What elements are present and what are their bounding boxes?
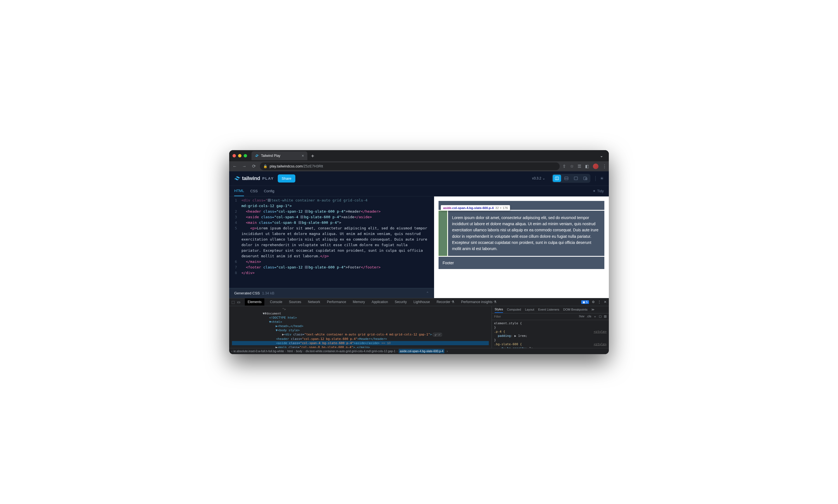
color-swatch-icon [268,199,271,202]
more-tabs-icon[interactable]: ≫ [591,308,594,311]
nav-reload-icon[interactable]: ⟳ [250,164,257,169]
tab-css[interactable]: CSS [250,186,258,196]
issues-badge[interactable]: ▣ 5 [581,300,589,304]
header-right: v3.3.2 ⌄ ☀ [529,174,604,183]
breadcrumb-item[interactable]: div.text-white.container.m-auto.grid.gri… [306,349,395,353]
devtools-tab-sources[interactable]: Sources [288,298,302,306]
color-swatch-icon [305,266,308,269]
flask-icon: ⚗ [451,300,454,304]
breadcrumb-item[interactable]: ie.absolute.inset-0.w-full.h-full.bg-whi… [234,349,284,353]
devtools-tab-network[interactable]: Network [307,298,321,306]
browser-tabs-row: Tailwind Play × ＋ [251,151,598,160]
preview-footer: Footer [439,257,604,269]
breadcrumb-left-icon[interactable]: ‹ [231,349,233,353]
bookmark-star-icon[interactable]: ☆ [570,164,574,169]
styles-tab-styles[interactable]: Styles [495,306,503,313]
styles-filter-input[interactable] [494,315,576,318]
lock-icon: 🔒 [263,164,267,168]
preview-main: Lorem ipsum dolor sit amet, consectetur … [448,211,604,256]
preview-body: Lorem ipsum dolor sit amet, consectetur … [439,211,604,256]
profile-avatar[interactable] [593,164,599,169]
inspect-highlight-overlay [439,211,447,256]
flask-icon: ⚗ [494,300,497,304]
inspect-element-icon[interactable]: ⬚ [231,300,235,304]
tailwind-favicon-icon [255,154,259,158]
color-swatch-icon [305,210,308,213]
styles-filter-row: :hov .cls ＋ ▢ ▥ [492,313,609,320]
color-swatch-icon [298,221,302,224]
devtools: ⬚ ▭ Elements Console Sources Network Per… [229,298,609,354]
styles-tab-computed[interactable]: Computed [507,308,521,311]
generated-css-label: Generated CSS [234,291,260,295]
window-close[interactable] [233,154,236,157]
styles-tab-dom[interactable]: DOM Breakpoints [563,308,588,311]
layout-split-horizontal[interactable] [562,175,571,182]
devtools-menu-icon[interactable]: ⋮ [598,300,601,304]
sidepanel-icon[interactable]: ◧ [585,164,589,169]
share-button[interactable]: Share [278,175,295,182]
breadcrumb-item-active[interactable]: aside.col-span-4.bg-slate-600.p-4 [399,349,444,353]
inspect-tooltip: aside.col-span-4.bg-slate-600.p-4 32 × 1… [441,205,510,211]
styles-tab-event[interactable]: Event Listeners [538,308,559,311]
browser-tab-active[interactable]: Tailwind Play × [251,151,307,160]
new-tab-button[interactable]: ＋ [307,152,318,159]
tab-close-icon[interactable]: × [302,154,304,158]
device-toolbar-icon[interactable]: ▭ [237,300,240,304]
style-rules[interactable]: element.style { } .p-4 {<style> padding:… [492,320,609,348]
devtools-tab-console[interactable]: Console [269,298,283,306]
window-minimize[interactable] [238,154,242,157]
devtools-settings-icon[interactable]: ⚙ [592,300,595,304]
devtools-tab-application[interactable]: Application [371,298,389,306]
editor-pane: 1<div class="text-white container m-auto… [229,196,434,298]
browser-titlebar: Tailwind Play × ＋ ⌄ [229,150,609,161]
devtools-styles-pane: Styles Computed Layout Event Listeners D… [492,306,609,348]
devtools-tab-elements[interactable]: Elements [245,298,264,306]
layout-split-vertical[interactable] [553,175,561,182]
cls-toggle[interactable]: .cls [587,314,591,319]
devtools-tab-performance[interactable]: Performance [326,298,347,306]
color-swatch-icon [300,215,303,218]
reading-list-icon[interactable]: ☰ [577,164,581,169]
code-editor[interactable]: 1<div class="text-white container m-auto… [229,196,434,288]
tailwind-logo[interactable]: tailwind PLAY [234,175,274,181]
hov-toggle[interactable]: :hov [579,314,585,319]
computed-toggle-icon[interactable]: ▢ [599,314,602,319]
devtools-body: "> ▼#document <!DOCTYPE html> ▼<html> ▶<… [229,306,609,348]
window-maximize[interactable] [244,154,247,157]
tidy-button[interactable]: ✦ Tidy [593,189,604,193]
theme-toggle-icon[interactable]: ☀ [595,176,604,181]
browser-menu-icon[interactable]: ⋮ [602,164,607,169]
chevron-up-icon: ⌃ [426,291,429,295]
devtools-tab-perf-insights[interactable]: Performance insights ⚗ [460,298,498,306]
devtools-tab-security[interactable]: Security [394,298,408,306]
preview-aside [439,211,447,256]
devtools-tab-memory[interactable]: Memory [352,298,366,306]
brand-play: PLAY [262,176,274,181]
layout-responsive[interactable] [581,175,590,182]
brand-name: tailwind [242,176,260,181]
breadcrumb-item[interactable]: body [296,349,302,353]
rendering-toggle-icon[interactable]: ▥ [604,314,607,319]
window-menu-chevron-icon[interactable]: ⌄ [598,154,605,158]
nav-forward-icon[interactable]: → [241,164,248,169]
generated-css-panel[interactable]: Generated CSS 1.34 kB ⌃ [229,288,434,298]
tab-html[interactable]: HTML [234,186,244,196]
split-pane: 1<div class="text-white container m-auto… [229,196,609,298]
breadcrumb-item[interactable]: html [287,349,293,353]
version-label: v3.3.2 [532,176,541,180]
new-rule-icon[interactable]: ＋ [593,314,596,319]
devtools-close-icon[interactable]: ✕ [604,300,607,304]
devtools-breadcrumb: ‹ ie.absolute.inset-0.w-full.h-full.bg-w… [229,348,609,354]
version-select[interactable]: v3.3.2 ⌄ [529,175,548,182]
url-text: play.tailwindcss.com/Z5zE7H3Rlt [270,164,323,168]
devtools-elements-tree[interactable]: "> ▼#document <!DOCTYPE html> ▼<html> ▶<… [229,306,492,348]
url-field[interactable]: 🔒 play.tailwindcss.com/Z5zE7H3Rlt [260,162,560,170]
share-page-icon[interactable]: ⇧ [563,164,566,169]
tab-config[interactable]: Config [264,186,274,196]
nav-back-icon[interactable]: ← [231,164,238,169]
devtools-tab-recorder[interactable]: Recorder ⚗ [435,298,456,306]
devtools-tab-lighthouse[interactable]: Lighthouse [412,298,431,306]
layout-preview-only[interactable] [572,175,580,182]
styles-tab-layout[interactable]: Layout [525,308,534,311]
breadcrumb-right-icon[interactable]: › [447,349,448,353]
